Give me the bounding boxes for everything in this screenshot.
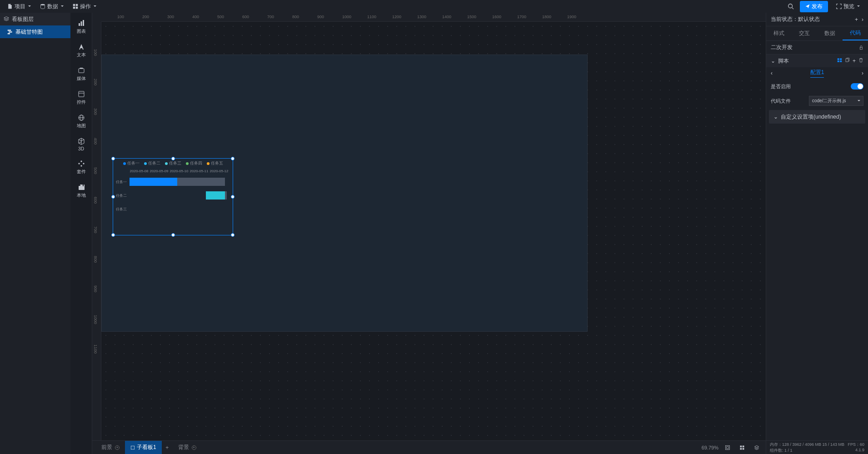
copy-icon[interactable] — [845, 58, 850, 63]
bottom-tabs: 前景 + 子看板1 + 背景 + 69.79% — [92, 440, 766, 454]
tool-map[interactable]: 地图 — [70, 111, 92, 132]
rp-script-header[interactable]: ⌄ 脚本 + — [766, 55, 868, 67]
ruler-tick: 800 — [292, 15, 299, 19]
send-icon — [805, 4, 810, 9]
add-circle-icon: + — [115, 445, 120, 450]
tool-suite[interactable]: 套件 — [70, 157, 92, 178]
resize-handle-tm[interactable] — [171, 157, 175, 160]
resize-handle-bl[interactable] — [111, 233, 115, 237]
tool-media[interactable]: 媒体 — [70, 64, 92, 85]
tab-background[interactable]: 背景 + — [173, 441, 202, 454]
menu-operation[interactable]: 操作 — [69, 1, 100, 12]
gantt-date: 2020-05-09 — [150, 169, 169, 173]
legend-dot — [144, 162, 147, 165]
svg-rect-23 — [743, 445, 744, 447]
rp-tab-data[interactable]: 数据 — [817, 26, 843, 40]
tool-3d[interactable]: 3D — [70, 135, 92, 154]
ruler-tick: 900 — [317, 15, 324, 19]
ruler-tick: 1300 — [417, 15, 426, 19]
legend-label: 任务三 — [169, 160, 181, 166]
legend-dot — [186, 162, 189, 165]
codefile-select[interactable]: code/二开示例.js — [809, 96, 863, 106]
expand-icon — [836, 4, 842, 9]
layers-toggle-button[interactable] — [751, 442, 762, 453]
chevron-down-icon: ⌄ — [773, 114, 778, 120]
current-state-value: 默认状态 — [798, 16, 820, 22]
ruler-vertical[interactable]: 10020030040050060070080090010001100 — [92, 22, 101, 440]
rp-script-header-left: ⌄ 脚本 — [771, 57, 789, 65]
svg-rect-24 — [740, 448, 742, 449]
list-icon[interactable] — [837, 58, 842, 63]
media-icon — [77, 66, 85, 75]
resize-handle-mr[interactable] — [231, 195, 234, 199]
gantt-date: 2020-05-08 — [130, 169, 149, 173]
file-icon — [7, 4, 13, 9]
menu-project[interactable]: 项目 — [4, 1, 35, 12]
selected-gantt-widget[interactable]: 任务一任务二任务三任务四任务五 2020-05-082020-05-092020… — [113, 158, 233, 235]
resize-handle-tr[interactable] — [231, 157, 234, 160]
svg-rect-11 — [80, 21, 82, 26]
publish-button[interactable]: 发布 — [800, 1, 828, 12]
canvas-viewport[interactable]: 任务一任务二任务三任务四任务五 2020-05-082020-05-092020… — [101, 22, 766, 440]
grid-toggle-button[interactable] — [737, 442, 748, 453]
legend-dot — [165, 162, 168, 165]
search-button[interactable] — [785, 1, 796, 12]
fit-button[interactable] — [722, 442, 733, 453]
tab-add-button[interactable]: + — [162, 442, 173, 453]
right-panel-tabs: 样式 交互 数据 代码 — [766, 26, 868, 41]
topbar-right: 发布 预览 — [785, 1, 864, 12]
ruler-tick: 700 — [93, 226, 98, 233]
svg-rect-10 — [79, 23, 80, 26]
trash-icon[interactable] — [858, 58, 863, 63]
resize-handle-br[interactable] — [231, 233, 234, 237]
rp-tab-style[interactable]: 样式 — [766, 26, 792, 40]
tool-chart[interactable]: 图表 — [70, 16, 92, 37]
rp-custom-settings-label: 自定义设置项(undefined) — [781, 113, 841, 121]
tool-local[interactable]: 本地 — [70, 180, 92, 201]
map-icon — [77, 114, 85, 122]
gantt-bars — [130, 191, 230, 200]
svg-line-6 — [792, 8, 794, 10]
state-actions: + › — [855, 16, 863, 23]
resize-handle-bm[interactable] — [171, 233, 175, 237]
current-state-text: 当前状态：默认状态 — [771, 15, 820, 23]
bottom-right-controls: 69.79% — [702, 442, 762, 453]
menu-data[interactable]: 数据 — [36, 1, 67, 12]
preview-button[interactable]: 预览 — [832, 1, 864, 12]
component-toolbar: 图表 文本 媒体 控件 地图 3D 套件 本地 — [70, 13, 92, 454]
svg-rect-28 — [840, 58, 842, 60]
layer-item-gantt[interactable]: 基础甘特图 — [0, 25, 70, 38]
tool-text[interactable]: 文本 — [70, 40, 92, 61]
layers-panel-header: 看板图层 — [0, 13, 70, 25]
enable-toggle[interactable] — [851, 83, 863, 90]
layers-header-label: 看板图层 — [12, 15, 34, 23]
rp-tab-code[interactable]: 代码 — [843, 26, 868, 40]
resize-handle-ml[interactable] — [111, 195, 115, 199]
tab-sub-canvas[interactable]: 子看板1 — [125, 441, 162, 454]
ruler-horizontal[interactable]: 1002003004005006007008009001000110012001… — [101, 13, 766, 22]
lock-icon[interactable] — [859, 45, 863, 50]
ruler-tick: 400 — [192, 15, 199, 19]
resize-handle-tl[interactable] — [111, 157, 115, 160]
gantt-row: 任务二 — [116, 190, 230, 201]
database-icon — [40, 4, 45, 9]
legend-label: 任务五 — [211, 160, 223, 166]
layer-item-label: 基础甘特图 — [15, 28, 43, 36]
svg-rect-29 — [838, 60, 839, 62]
tool-control[interactable]: 控件 — [70, 87, 92, 108]
state-arrow-button[interactable]: › — [862, 16, 863, 23]
left-panel: 看板图层 基础甘特图 — [0, 13, 70, 454]
tab-foreground[interactable]: 前景 + — [96, 441, 125, 454]
ruler-tick: 500 — [217, 15, 224, 19]
rp-custom-settings[interactable]: ⌄ 自定义设置项(undefined) — [769, 110, 865, 124]
ruler-tick: 300 — [167, 15, 174, 19]
scroll-left-button[interactable]: ‹ — [771, 70, 773, 76]
add-state-button[interactable]: + — [855, 16, 858, 23]
add-script-button[interactable]: + — [853, 58, 856, 64]
rp-tab-interact[interactable]: 交互 — [792, 26, 817, 40]
rp-config-tab-1[interactable]: 配置1 — [810, 69, 824, 78]
ruler-tick: 400 — [93, 138, 98, 145]
gantt-task-label: 任务三 — [116, 207, 130, 212]
scroll-right-button[interactable]: › — [862, 70, 863, 76]
legend-dot — [123, 162, 126, 165]
